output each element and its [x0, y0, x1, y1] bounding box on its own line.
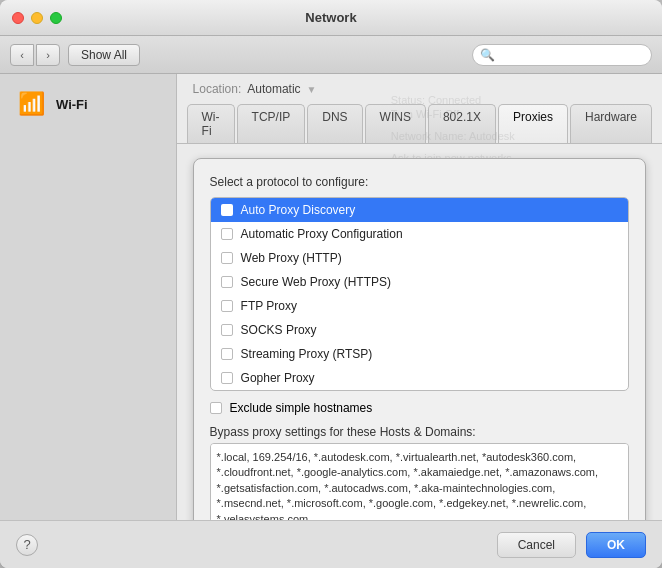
proxy-label-auto-discovery: Auto Proxy Discovery — [241, 203, 356, 217]
proxy-checkbox-streaming-proxy[interactable] — [221, 348, 233, 360]
window-title: Network — [305, 10, 356, 25]
maximize-button[interactable] — [50, 12, 62, 24]
proxy-label-socks-proxy: SOCKS Proxy — [241, 323, 317, 337]
location-value: Automatic — [247, 82, 300, 96]
exclude-checkbox[interactable] — [210, 402, 222, 414]
minimize-button[interactable] — [31, 12, 43, 24]
exclude-label: Exclude simple hostnames — [230, 401, 373, 415]
network-name: Wi-Fi — [56, 97, 88, 112]
tab-wins[interactable]: WINS — [365, 104, 426, 143]
location-label: Location: — [193, 82, 242, 96]
proxy-item-streaming-proxy[interactable]: Streaming Proxy (RTSP) — [211, 342, 628, 366]
search-input[interactable] — [472, 44, 652, 66]
panel-content: Status: Connected Turn Wi-Fi Off Network… — [177, 144, 662, 520]
toolbar: ‹ › Show All 🔍 — [0, 36, 662, 74]
proxy-item-auto-config[interactable]: Automatic Proxy Configuration — [211, 222, 628, 246]
proxy-dialog: Select a protocol to configure: Auto Pro… — [193, 158, 646, 520]
tab-hardware[interactable]: Hardware — [570, 104, 652, 143]
proxy-list: Auto Proxy Discovery Automatic Proxy Con… — [210, 197, 629, 391]
tab-bar: Wi-Fi TCP/IP DNS WINS 802.1X Proxies Har… — [177, 104, 662, 144]
tab-wifi[interactable]: Wi-Fi — [187, 104, 235, 143]
location-arrows: ▼ — [307, 84, 317, 95]
proxy-item-ftp-proxy[interactable]: FTP Proxy — [211, 294, 628, 318]
proxy-label-streaming-proxy: Streaming Proxy (RTSP) — [241, 347, 373, 361]
proxy-label-auto-config: Automatic Proxy Configuration — [241, 227, 403, 241]
tab-tcpip[interactable]: TCP/IP — [237, 104, 306, 143]
proxy-label-web-proxy: Web Proxy (HTTP) — [241, 251, 342, 265]
wifi-icon: 📶 — [16, 92, 46, 116]
section-label: Select a protocol to configure: — [210, 175, 629, 189]
location-bar: Location: Automatic ▼ — [177, 74, 662, 104]
bottom-bar: ? Cancel OK — [0, 520, 662, 568]
search-container: 🔍 — [472, 44, 652, 66]
proxy-label-secure-web-proxy: Secure Web Proxy (HTTPS) — [241, 275, 391, 289]
proxy-item-auto-discovery[interactable]: Auto Proxy Discovery — [211, 198, 628, 222]
proxy-label-gopher-proxy: Gopher Proxy — [241, 371, 315, 385]
ok-button[interactable]: OK — [586, 532, 646, 558]
title-bar: Network — [0, 0, 662, 36]
nav-buttons: ‹ › — [10, 44, 60, 66]
proxy-checkbox-auto-discovery[interactable] — [221, 204, 233, 216]
back-button[interactable]: ‹ — [10, 44, 34, 66]
tab-proxies[interactable]: Proxies — [498, 104, 568, 143]
action-buttons: Cancel OK — [497, 532, 646, 558]
proxy-item-secure-web-proxy[interactable]: Secure Web Proxy (HTTPS) — [211, 270, 628, 294]
left-panel: 📶 Wi-Fi — [0, 74, 177, 520]
help-button[interactable]: ? — [16, 534, 38, 556]
proxy-checkbox-secure-web-proxy[interactable] — [221, 276, 233, 288]
proxy-item-web-proxy[interactable]: Web Proxy (HTTP) — [211, 246, 628, 270]
proxy-item-gopher-proxy[interactable]: Gopher Proxy — [211, 366, 628, 390]
proxy-checkbox-socks-proxy[interactable] — [221, 324, 233, 336]
content-area: 📶 Wi-Fi Location: Automatic ▼ Wi-Fi TCP/… — [0, 74, 662, 520]
close-button[interactable] — [12, 12, 24, 24]
proxy-checkbox-auto-config[interactable] — [221, 228, 233, 240]
cancel-button[interactable]: Cancel — [497, 532, 576, 558]
search-icon: 🔍 — [480, 48, 495, 62]
bypass-label: Bypass proxy settings for these Hosts & … — [210, 425, 629, 439]
show-all-button[interactable]: Show All — [68, 44, 140, 66]
tab-8021x[interactable]: 802.1X — [428, 104, 496, 143]
proxy-checkbox-ftp-proxy[interactable] — [221, 300, 233, 312]
bypass-textarea[interactable] — [210, 443, 629, 520]
proxy-checkbox-gopher-proxy[interactable] — [221, 372, 233, 384]
proxy-item-socks-proxy[interactable]: SOCKS Proxy — [211, 318, 628, 342]
proxy-checkbox-web-proxy[interactable] — [221, 252, 233, 264]
tab-dns[interactable]: DNS — [307, 104, 362, 143]
traffic-lights — [12, 12, 62, 24]
network-window: Network ‹ › Show All 🔍 📶 Wi-Fi — [0, 0, 662, 568]
proxy-label-ftp-proxy: FTP Proxy — [241, 299, 297, 313]
forward-button[interactable]: › — [36, 44, 60, 66]
exclude-row: Exclude simple hostnames — [210, 401, 629, 415]
wifi-network-item[interactable]: 📶 Wi-Fi — [0, 84, 176, 124]
main-panel: Location: Automatic ▼ Wi-Fi TCP/IP DNS W… — [177, 74, 662, 520]
